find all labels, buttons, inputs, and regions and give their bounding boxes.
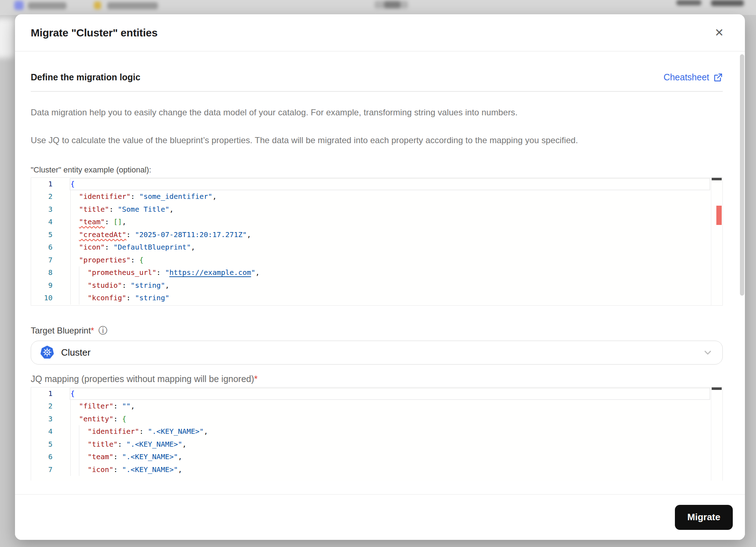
page-background: Migrate "Cluster" entities ✕ Define the … xyxy=(0,0,756,547)
background-star-icon xyxy=(94,1,101,9)
line-number: 8 xyxy=(31,266,69,279)
background-tab-label xyxy=(107,2,158,9)
code-line-content: "identifier": "some_identifier", xyxy=(69,190,217,203)
code-line: 7 "properties": { xyxy=(31,254,722,267)
background-topbar xyxy=(0,0,756,15)
entity-example-code-editor[interactable]: 1{2 "identifier": "some_identifier",3 "t… xyxy=(31,177,723,306)
jq-mapping-code-editor[interactable]: 1{2 "filter": "",3 "entity": {4 "identif… xyxy=(31,387,723,481)
code-line: 3 "entity": { xyxy=(31,413,722,426)
background-search-text xyxy=(384,1,401,8)
target-blueprint-value: Cluster xyxy=(61,347,90,358)
close-icon: ✕ xyxy=(715,26,724,39)
line-number: 5 xyxy=(31,438,69,451)
code-line-content: "entity": { xyxy=(69,413,126,426)
code-line-content: "team": ".<KEY_NAME>", xyxy=(69,451,182,463)
code-line-content: { xyxy=(69,387,75,400)
code-line: 4 "identifier": ".<KEY_NAME>", xyxy=(31,425,722,438)
section-heading: Define the migration logic xyxy=(31,72,140,82)
jq-mapping-label: JQ mapping (properties without mapping w… xyxy=(31,374,723,384)
background-page-fragment xyxy=(0,19,14,58)
jq-mapping-label-text: JQ mapping (properties without mapping w… xyxy=(31,374,254,384)
dialog-title: Migrate "Cluster" entities xyxy=(31,27,158,39)
background-tab-label xyxy=(28,2,66,9)
background-toolbar-item xyxy=(711,0,744,6)
description-line-2: Use JQ to calculate the value of the blu… xyxy=(31,133,723,147)
overview-ruler-separator xyxy=(711,387,711,481)
code-line-content: "studio": "string", xyxy=(69,279,169,292)
target-blueprint-label: Target Blueprint* ⓘ xyxy=(31,326,723,336)
code-line: 1{ xyxy=(31,178,722,191)
code-line-content: "filter": "", xyxy=(69,400,135,413)
close-button[interactable]: ✕ xyxy=(711,25,727,41)
entity-example-label: "Cluster" entity example (optional): xyxy=(31,165,723,175)
code-line-content: "title": ".<KEY_NAME>", xyxy=(69,438,186,451)
line-number: 2 xyxy=(31,190,69,203)
cheatsheet-link-label: Cheatsheet xyxy=(663,72,709,82)
line-number: 7 xyxy=(31,254,69,267)
overview-cursor-mark xyxy=(712,387,722,390)
kubernetes-icon xyxy=(40,346,54,359)
line-number: 4 xyxy=(31,216,69,229)
migrate-entities-dialog: Migrate "Cluster" entities ✕ Define the … xyxy=(15,14,745,540)
target-blueprint-select[interactable]: Cluster xyxy=(31,341,723,365)
code-line-content: "icon": "DefaultBlueprint", xyxy=(69,241,195,254)
cheatsheet-link[interactable]: Cheatsheet xyxy=(663,72,723,82)
line-number: 4 xyxy=(31,425,69,438)
line-number: 7 xyxy=(31,463,69,476)
code-line-content: "title": "Some Title", xyxy=(69,203,174,216)
dialog-scrollbar-thumb[interactable] xyxy=(740,54,744,296)
code-line: 5 "createdAt": "2025-07-28T11:20:17.271Z… xyxy=(31,229,722,241)
line-number: 6 xyxy=(31,241,69,254)
line-number: 9 xyxy=(31,279,69,292)
external-link-icon xyxy=(713,73,723,82)
code-line: 4 "team": [], xyxy=(31,216,722,229)
code-line: 9 "studio": "string", xyxy=(31,279,722,292)
background-toolbar-item xyxy=(676,0,701,5)
code-line: 3 "title": "Some Title", xyxy=(31,203,722,216)
code-line: 1{ xyxy=(31,387,722,400)
dialog-content: Define the migration logic Cheatsheet Da… xyxy=(15,51,745,494)
background-app-icon xyxy=(14,1,24,10)
dialog-footer: Migrate xyxy=(15,494,745,540)
code-line: 8 "prometheus_url": "https://example.com… xyxy=(31,266,722,279)
line-number: 1 xyxy=(31,387,69,400)
line-number: 1 xyxy=(31,178,69,191)
line-number: 3 xyxy=(31,413,69,426)
code-line: 2 "identifier": "some_identifier", xyxy=(31,190,722,203)
code-line: 7 "icon": ".<KEY_NAME>", xyxy=(31,463,722,476)
line-number: 2 xyxy=(31,400,69,413)
code-line-content: "identifier": ".<KEY_NAME>", xyxy=(69,425,208,438)
code-line-content: "icon": ".<KEY_NAME>", xyxy=(69,463,182,476)
code-line: 10 "kconfig": "string" xyxy=(31,292,722,305)
chevron-down-icon xyxy=(702,347,713,358)
line-number: 10 xyxy=(31,292,69,305)
code-line: 6 "team": ".<KEY_NAME>", xyxy=(31,451,722,463)
dialog-header: Migrate "Cluster" entities ✕ xyxy=(15,14,745,51)
code-line-content: "team": [], xyxy=(69,216,126,229)
section-divider xyxy=(31,91,723,92)
line-number: 3 xyxy=(31,203,69,216)
code-line: 6 "icon": "DefaultBlueprint", xyxy=(31,241,722,254)
info-icon[interactable]: ⓘ xyxy=(98,326,107,335)
line-number: 6 xyxy=(31,451,69,463)
code-line-content: "prometheus_url": "https://example.com", xyxy=(69,266,260,279)
overview-cursor-mark xyxy=(712,178,722,180)
overview-ruler-separator xyxy=(711,178,711,305)
required-asterisk: * xyxy=(91,326,94,335)
code-line-content: "kconfig": "string" xyxy=(69,292,169,305)
code-line: 5 "title": ".<KEY_NAME>", xyxy=(31,438,722,451)
code-line-content: "properties": { xyxy=(69,254,144,267)
code-line: 2 "filter": "", xyxy=(31,400,722,413)
line-number: 5 xyxy=(31,229,69,241)
overview-error-mark xyxy=(716,206,722,225)
required-asterisk: * xyxy=(254,374,258,384)
code-line-content: { xyxy=(69,178,75,191)
migrate-button[interactable]: Migrate xyxy=(675,505,733,530)
code-line-content: "createdAt": "2025-07-28T11:20:17.271Z", xyxy=(69,229,251,241)
description-line-1: Data migration help you to easily change… xyxy=(31,105,723,120)
target-blueprint-label-text: Target Blueprint xyxy=(31,326,91,335)
